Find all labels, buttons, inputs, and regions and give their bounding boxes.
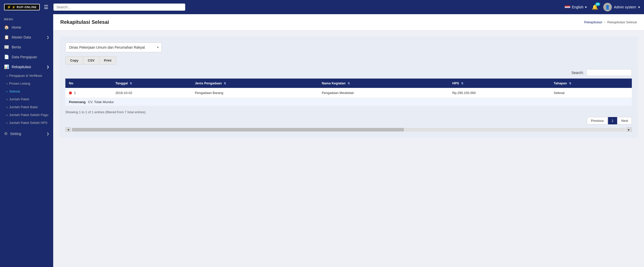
content-body: Dinas Pekerjaan Umum dan Perumahan Rakya… <box>53 30 644 144</box>
table-search-row: Search: <box>65 69 632 76</box>
sidebar-item-data-pengajuan[interactable]: 📄 Data Pengajuan <box>0 52 53 62</box>
col-tanggal[interactable]: Tanggal ⇅ <box>112 79 191 88</box>
sidebar-item-proses-lelang[interactable]: » Proses Lelang <box>0 80 53 87</box>
col-no[interactable]: No <box>65 79 112 88</box>
sidebar-item-jumlah-paket[interactable]: » Jumlah Paket <box>0 95 53 103</box>
sidebar-setting-label: Setting <box>10 132 21 136</box>
flag-icon <box>565 5 570 9</box>
search-label: Search: <box>572 71 584 75</box>
language-label: English <box>572 5 583 9</box>
setting-icon: ⚙ <box>4 131 8 136</box>
col-jenis-pengadaan[interactable]: Jenis Pengadaan ⇅ <box>191 79 318 88</box>
sidebar-item-rekapitulasi[interactable]: 📊 Rekapitulasi ❯ <box>0 62 53 72</box>
setting-chevron-icon: ❯ <box>47 132 49 136</box>
sidebar: MENU 🏠 Home 📋 Master Data ❯ 📰 Berita 📄 D… <box>0 14 53 267</box>
col-hps[interactable]: HPS ⇅ <box>449 79 550 88</box>
sort-nama-icon: ⇅ <box>348 82 350 85</box>
bolt-icon: ⚡ <box>7 5 11 9</box>
berita-icon: 📰 <box>4 45 9 49</box>
sub-chevron-icon: » <box>6 74 8 77</box>
sidebar-item-home[interactable]: 🏠 Home <box>0 22 53 32</box>
next-button[interactable]: Next <box>618 117 632 124</box>
home-icon: 🏠 <box>4 25 9 30</box>
pemenang-value: CV. Tolak Mundur <box>88 100 114 104</box>
data-pengajuan-icon: 📄 <box>4 54 9 59</box>
rekapitulasi-submenu: » Pengajuan & Verifikasi » Proses Lelang… <box>0 72 53 127</box>
col-tahapan[interactable]: Tahapan ⇅ <box>550 79 632 88</box>
search-input[interactable] <box>53 4 185 11</box>
scroll-left-button[interactable]: ◀ <box>65 127 71 132</box>
notification-button[interactable]: 🔔 21 <box>592 4 598 10</box>
cell-tahapan: Selesai <box>550 88 632 98</box>
table-search-input[interactable] <box>586 69 632 76</box>
pemenang-cell: Pemenang CV. Tolak Mundur <box>65 98 632 106</box>
sidebar-item-jumlah-paket-selisih-pagu[interactable]: » Jumlah Paket Selisih Pagu <box>0 111 53 119</box>
sidebar-berita-label: Berita <box>12 45 21 49</box>
copy-button[interactable]: Copy <box>65 56 83 65</box>
sort-tahapan-icon: ⇅ <box>569 82 571 85</box>
breadcrumb-separator: › <box>604 20 605 24</box>
cell-jenis-pengadaan: Pengadaan Barang <box>191 88 318 98</box>
scrollbar-thumb <box>72 128 404 131</box>
main-card: Dinas Pekerjaan Umum dan Perumahan Rakya… <box>59 36 638 138</box>
status-dot-icon <box>69 91 72 94</box>
pagination-info: Showing 1 to 1 of 1 entries (filtered fr… <box>65 110 632 114</box>
filter-dropdown[interactable]: Dinas Pekerjaan Umum dan Perumahan Rakya… <box>65 43 162 52</box>
page-title: Rekapitulasi Selesai <box>60 19 109 25</box>
master-data-chevron-icon: ❯ <box>47 35 49 39</box>
notification-badge: 21 <box>595 3 600 6</box>
csv-button[interactable]: CSV <box>83 56 100 65</box>
sort-tanggal-icon: ⇅ <box>130 82 132 85</box>
table-row: 1 2019-10-02 Pengadaan Barang Pengadaan … <box>65 88 632 98</box>
sub-chevron-icon: » <box>6 90 8 93</box>
user-name: Admin system <box>614 5 636 9</box>
sub-label-jumlah-paket: Jumlah Paket <box>9 97 29 101</box>
sub-label-jumlah-paket-batal: Jumlah Paket Batal <box>9 105 37 109</box>
scrollbar-row: ◀ ▶ <box>65 127 632 132</box>
sidebar-item-selesai[interactable]: » Selesai <box>0 87 53 95</box>
page-1-button[interactable]: 1 <box>608 117 617 124</box>
user-menu[interactable]: 👤 Admin system ▾ <box>603 3 640 11</box>
breadcrumb-current: Rekapitulasi Selesai <box>607 20 637 24</box>
scrollbar-track[interactable] <box>72 128 625 131</box>
content-area: Rekapitulasi Selesai Rekapitulasi › Reka… <box>53 14 644 267</box>
previous-button[interactable]: Previous <box>587 117 608 124</box>
sidebar-master-data-label: Master Data <box>12 35 31 39</box>
language-selector[interactable]: English ▾ <box>565 5 587 9</box>
user-chevron-icon: ▾ <box>638 5 640 9</box>
breadcrumb: Rekapitulasi › Rekapitulasi Selesai <box>584 20 637 24</box>
sub-label-pengajuan-verifikasi: Pengajuan & Verifikasi <box>9 74 42 78</box>
pemenang-row: Pemenang CV. Tolak Mundur <box>65 98 632 106</box>
sidebar-item-pengajuan-verifikasi[interactable]: » Pengajuan & Verifikasi <box>0 72 53 80</box>
sidebar-home-label: Home <box>12 25 21 29</box>
sub-label-jumlah-paket-selisih-hps: Jumlah Paket Selisih HPS <box>9 121 47 125</box>
sidebar-item-jumlah-paket-selisih-hps[interactable]: » Jumlah Paket Selisih HPS <box>0 119 53 127</box>
print-button[interactable]: Print <box>99 56 116 65</box>
hamburger-icon[interactable]: ☰ <box>44 4 48 10</box>
sub-label-selesai: Selesai <box>9 89 20 93</box>
master-data-icon: 📋 <box>4 35 9 40</box>
sidebar-item-setting[interactable]: ⚙ Setting ❯ <box>0 129 53 139</box>
sidebar-item-master-data[interactable]: 📋 Master Data ❯ <box>0 32 53 42</box>
breadcrumb-parent[interactable]: Rekapitulasi <box>584 20 602 24</box>
sidebar-rekapitulasi-label: Rekapitulasi <box>12 65 31 69</box>
pagination-controls: Previous 1 Next <box>65 117 632 124</box>
scroll-right-button[interactable]: ▶ <box>626 127 632 132</box>
cell-tanggal: 2019-10-02 <box>112 88 191 98</box>
rekapitulasi-chevron-icon: ❯ <box>47 65 49 69</box>
sub-chevron-icon: » <box>6 82 8 85</box>
sidebar-item-jumlah-paket-batal[interactable]: » Jumlah Paket Batal <box>0 103 53 111</box>
sort-hps-icon: ⇅ <box>461 82 463 85</box>
cell-hps: Rp.295.150.000 <box>449 88 550 98</box>
sidebar-item-berita[interactable]: 📰 Berita <box>0 42 53 52</box>
app-brand: ⚡ ⚡ RUP-ONLINE <box>4 4 40 10</box>
col-nama-kegiatan[interactable]: Nama Kegiatan ⇅ <box>318 79 449 88</box>
sort-jenis-icon: ⇅ <box>224 82 226 85</box>
sub-label-jumlah-paket-selisih-pagu: Jumlah Paket Selisih Pagu <box>9 113 48 117</box>
sub-chevron-icon: » <box>6 98 8 101</box>
cell-nama-kegiatan: Pengadaan Meubelair <box>318 88 449 98</box>
menu-label: MENU <box>0 14 53 22</box>
rekapitulasi-icon: 📊 <box>4 64 9 69</box>
avatar: 👤 <box>603 3 612 11</box>
filter-dropdown-wrapper: Dinas Pekerjaan Umum dan Perumahan Rakya… <box>65 43 162 52</box>
